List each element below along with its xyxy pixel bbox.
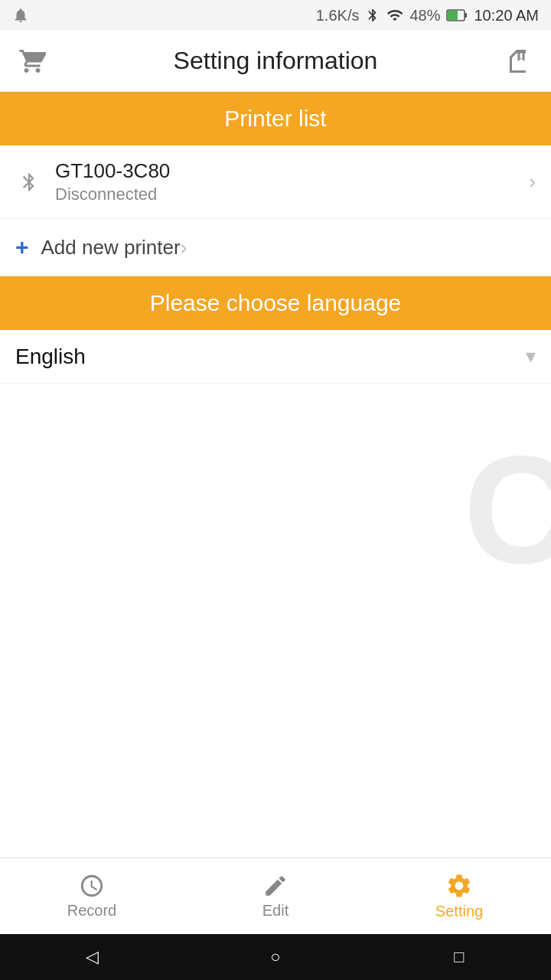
book-icon[interactable]: [502, 44, 536, 78]
bluetooth-icon: [365, 8, 380, 23]
wifi-icon: [386, 7, 403, 24]
status-bar: 1.6K/s 48% 10:20 AM: [0, 0, 551, 31]
android-nav-bar: ◁ ○ □: [0, 934, 551, 980]
nav-item-edit[interactable]: Edit: [184, 858, 367, 934]
watermark: C: [464, 422, 551, 598]
nav-item-record[interactable]: Record: [0, 858, 184, 934]
page-title: Setting information: [174, 47, 378, 75]
language-section-label: Please choose language: [150, 290, 402, 316]
battery-icon: [446, 8, 468, 22]
printer-info: GT100-3C80 Disconnected: [55, 159, 529, 204]
printer-arrow-icon: ›: [529, 170, 536, 194]
add-printer-item[interactable]: + Add new printer ›: [0, 219, 551, 276]
time-display: 10:20 AM: [474, 7, 539, 24]
header: Setting information: [0, 31, 551, 92]
printer-item[interactable]: GT100-3C80 Disconnected ›: [0, 145, 551, 219]
record-icon: [79, 873, 105, 899]
add-icon: +: [15, 234, 29, 260]
edit-icon: [262, 873, 289, 899]
add-printer-arrow-icon: ›: [181, 236, 187, 260]
language-section-header: Please choose language: [0, 276, 551, 330]
language-selector[interactable]: English ▾: [0, 330, 551, 384]
language-dropdown-icon: ▾: [526, 345, 536, 368]
add-printer-label: Add new printer: [41, 236, 181, 260]
setting-label: Setting: [435, 903, 483, 920]
svg-rect-1: [465, 13, 467, 18]
bluetooth-printer-icon: [15, 168, 43, 196]
setting-icon: [445, 872, 473, 900]
back-button[interactable]: ◁: [77, 942, 107, 972]
home-button[interactable]: ○: [260, 942, 291, 972]
content-area: C: [0, 384, 551, 858]
notification-icon: [12, 7, 29, 24]
nav-item-setting[interactable]: Setting: [367, 858, 551, 934]
printer-list-label: Printer list: [224, 106, 326, 132]
printer-status: Disconnected: [55, 185, 529, 204]
svg-rect-2: [448, 11, 458, 20]
language-value: English: [15, 345, 526, 369]
recent-button[interactable]: □: [444, 942, 474, 972]
network-speed: 1.6K/s: [316, 7, 360, 24]
edit-label: Edit: [262, 902, 289, 920]
printer-list-header: Printer list: [0, 92, 551, 145]
record-label: Record: [67, 902, 116, 920]
bottom-nav: Record Edit Setting: [0, 858, 551, 934]
cart-icon[interactable]: [15, 44, 49, 78]
printer-name: GT100-3C80: [55, 159, 529, 183]
battery-percent: 48%: [409, 7, 440, 24]
